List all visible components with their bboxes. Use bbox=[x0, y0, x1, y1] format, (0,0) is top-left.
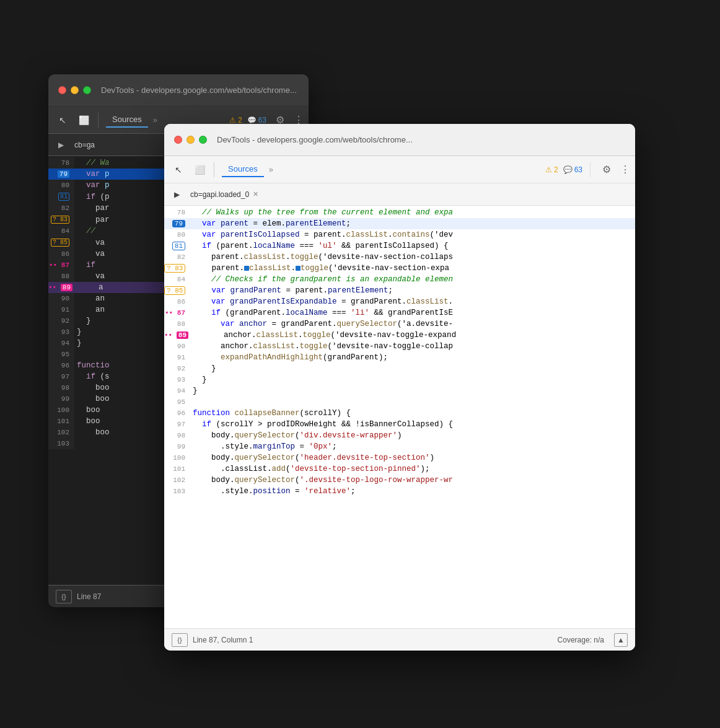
messages-badge-front: 💬 63 bbox=[563, 165, 582, 174]
window-title-front: DevTools - developers.google.com/web/too… bbox=[217, 135, 625, 144]
messages-badge-back: 💬 63 bbox=[247, 116, 266, 125]
code-line-86-front: 86 var grandParentIsExpandable = grandPa… bbox=[164, 296, 635, 307]
code-line-88-front: 88 var anchor = grandParent.querySelecto… bbox=[164, 318, 635, 330]
code-line-98-front: 98 body.querySelector('div.devsite-wrapp… bbox=[164, 430, 635, 441]
traffic-lights-back bbox=[58, 86, 91, 94]
code-line-87-front: •• 87 if (grandParent.localName === 'li'… bbox=[164, 307, 635, 318]
more-tabs-back[interactable]: » bbox=[151, 115, 160, 125]
line-info-back: Line 87 bbox=[77, 592, 101, 601]
code-line-97-front: 97 if (scrollY > prodIDRowHeight && !isB… bbox=[164, 419, 635, 430]
format-button-back[interactable]: {} bbox=[56, 590, 72, 603]
settings-button-front[interactable]: ⚙ bbox=[598, 161, 615, 178]
code-line-85-front: ? 85 var grandParent = parent.parentElem… bbox=[164, 285, 635, 296]
warnings-badge-front: ⚠ 2 bbox=[545, 165, 558, 174]
code-line-83-front: ? 83 parent.classList.toggle('devsite-na… bbox=[164, 263, 635, 274]
titlebar-back: DevTools - developers.google.com/web/too… bbox=[48, 74, 309, 107]
sources-tab-back[interactable]: Sources bbox=[106, 112, 148, 128]
code-line-99-front: 99 .style.marginTop = '0px'; bbox=[164, 441, 635, 452]
play-button-back[interactable]: ▶ bbox=[53, 138, 68, 152]
code-line-84-front: 84 // Checks if the grandparent is an ex… bbox=[164, 274, 635, 285]
close-button-back[interactable] bbox=[58, 86, 66, 94]
coverage-button[interactable]: ▲ bbox=[614, 633, 628, 647]
code-area-front: 78 // Walks up the tree from the current… bbox=[164, 206, 635, 628]
code-line-81-front: 81 if (parent.localName === 'ul' && pare… bbox=[164, 240, 635, 252]
toolbar-front: ↖ ⬜ Sources » ⚠ 2 💬 63 ⚙ ⋮ bbox=[164, 156, 635, 183]
code-line-79-front: 79 var parent = elem.parentElement; bbox=[164, 218, 635, 229]
code-line-94-front: 94 } bbox=[164, 385, 635, 397]
minimize-button-front[interactable] bbox=[187, 136, 195, 144]
play-button-front[interactable]: ▶ bbox=[169, 187, 184, 202]
maximize-button-back[interactable] bbox=[83, 86, 91, 94]
code-line-93-front: 93 } bbox=[164, 374, 635, 385]
traffic-lights-front bbox=[174, 136, 207, 144]
format-button-front[interactable]: {} bbox=[172, 633, 188, 647]
more-button-front[interactable]: ⋮ bbox=[620, 164, 630, 175]
close-tab-icon[interactable]: ✕ bbox=[253, 190, 258, 198]
file-tab-bar-front: ▶ cb=gapi.loaded_0 ✕ bbox=[164, 183, 635, 206]
coverage-label: Coverage: n/a bbox=[558, 636, 604, 644]
code-line-82-front: 82 parent.classList.toggle('devsite-nav-… bbox=[164, 252, 635, 263]
more-tabs-front[interactable]: » bbox=[266, 165, 276, 174]
code-line-103-front: 103 .style.position = 'relative'; bbox=[164, 486, 635, 497]
device-tool-back[interactable]: ⬜ bbox=[74, 112, 93, 129]
file-tab-front[interactable]: cb=gapi.loaded_0 ✕ bbox=[184, 188, 265, 201]
device-tool-front[interactable]: ⬜ bbox=[190, 161, 209, 178]
code-line-78-front: 78 // Walks up the tree from the current… bbox=[164, 207, 635, 218]
devtools-window-front: DevTools - developers.google.com/web/too… bbox=[164, 124, 635, 651]
maximize-button-front[interactable] bbox=[199, 136, 207, 144]
code-line-90-front: 90 anchor.classList.toggle('devsite-nav-… bbox=[164, 341, 635, 352]
statusbar-right: Coverage: n/a ▲ bbox=[558, 633, 628, 647]
minimize-button-back[interactable] bbox=[71, 86, 79, 94]
code-line-89-front: •• 89 anchor.classList.toggle('devsite-n… bbox=[164, 330, 635, 341]
code-line-100-front: 100 body.querySelector('header.devsite-t… bbox=[164, 452, 635, 463]
file-tab-back[interactable]: cb=ga bbox=[68, 138, 101, 152]
code-line-101-front: 101 .classList.add('devsite-top-section-… bbox=[164, 463, 635, 475]
window-title-back: DevTools - developers.google.com/web/too… bbox=[101, 86, 299, 95]
code-line-80-front: 80 var parentIsCollapsed = parent.classL… bbox=[164, 229, 635, 240]
code-line-92-front: 92 } bbox=[164, 363, 635, 374]
code-line-96-front: 96 function collapseBanner(scrollY) { bbox=[164, 408, 635, 419]
code-line-95-front: 95 bbox=[164, 397, 635, 408]
close-button-front[interactable] bbox=[174, 136, 182, 144]
warnings-badge-back: ⚠ 2 bbox=[229, 116, 242, 125]
badges-front: ⚠ 2 💬 63 ⚙ ⋮ bbox=[545, 161, 630, 178]
cursor-tool-back[interactable]: ↖ bbox=[53, 112, 72, 129]
file-tab-name: cb=gapi.loaded_0 bbox=[190, 190, 249, 199]
titlebar-front: DevTools - developers.google.com/web/too… bbox=[164, 124, 635, 156]
code-line-102-front: 102 body.querySelector('.devsite-top-log… bbox=[164, 475, 635, 486]
code-line-91-front: 91 expandPathAndHighlight(grandParent); bbox=[164, 352, 635, 363]
line-info-front: Line 87, Column 1 bbox=[193, 636, 253, 644]
cursor-tool-front[interactable]: ↖ bbox=[169, 161, 188, 178]
statusbar-front: {} Line 87, Column 1 Coverage: n/a ▲ bbox=[164, 628, 635, 651]
sources-tab-front[interactable]: Sources bbox=[222, 162, 264, 177]
